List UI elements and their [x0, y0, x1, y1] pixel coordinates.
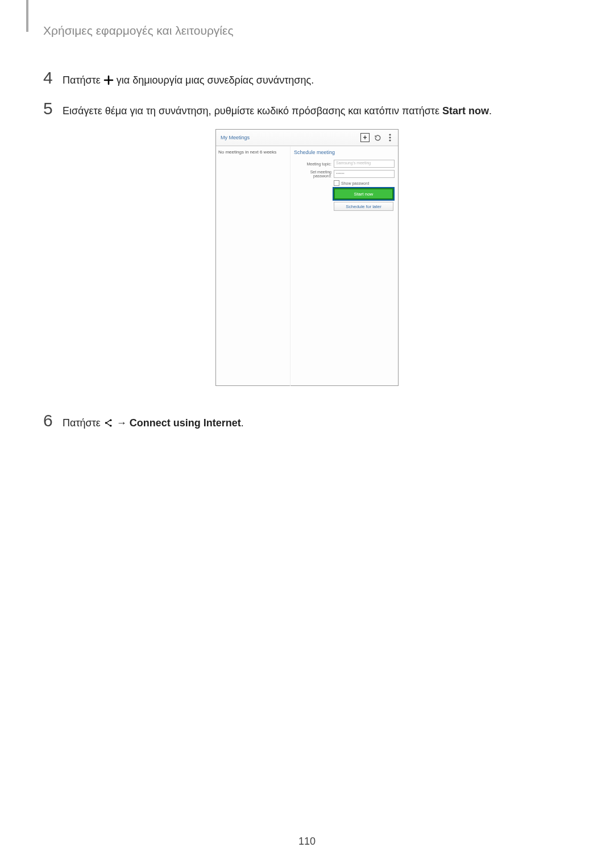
- plus-icon: [103, 74, 114, 90]
- step5-pre: Εισάγετε θέμα για τη συνάντηση, ρυθμίστε…: [63, 105, 442, 117]
- step-5: 5 Εισάγετε θέμα για τη συνάντηση, ρυθμίσ…: [43, 100, 571, 119]
- meeting-password-label: Set meeting password:: [294, 170, 331, 178]
- show-password-label: Show password: [341, 181, 369, 185]
- step6-bold: Connect using Internet: [130, 417, 241, 429]
- step-number: 4: [43, 69, 63, 86]
- step6-post: .: [241, 417, 244, 429]
- svg-point-2: [389, 139, 391, 141]
- svg-point-1: [389, 136, 391, 138]
- svg-point-4: [110, 419, 111, 421]
- step-4: 4 Πατήστε για δημιουργία μιας συνεδρίας …: [43, 69, 571, 90]
- embedded-screenshot: My Meetings + No meetings in next 6 week…: [43, 129, 571, 386]
- schedule-meeting-panel: Schedule meeting Meeting topic: Samsung'…: [290, 146, 398, 386]
- step-text: Πατήστε → Connect using Internet.: [63, 412, 244, 433]
- meeting-topic-label: Meeting topic:: [294, 162, 331, 166]
- step-text: Εισάγετε θέμα για τη συνάντηση, ρυθμίστε…: [63, 100, 492, 119]
- add-meeting-button[interactable]: +: [360, 133, 370, 142]
- step6-pre: Πατήστε: [63, 417, 103, 429]
- header-corner-mark: [26, 0, 28, 32]
- topbar-actions: +: [360, 133, 395, 142]
- svg-point-0: [389, 134, 391, 135]
- step6-arrow: →: [114, 417, 130, 429]
- svg-point-5: [110, 425, 111, 426]
- step-number: 6: [43, 412, 63, 429]
- meeting-topic-input[interactable]: Samsung's meeting: [334, 160, 395, 168]
- share-icon: [103, 417, 114, 433]
- meetings-list-panel: No meetings in next 6 weeks: [216, 146, 290, 386]
- step-6: 6 Πατήστε → Connect using Internet.: [43, 412, 571, 433]
- step-text: Πατήστε για δημιουργία μιας συνεδρίας συ…: [63, 69, 314, 90]
- meeting-password-input[interactable]: ••••••: [334, 170, 395, 178]
- step-number: 5: [43, 100, 63, 117]
- refresh-icon[interactable]: [373, 133, 382, 142]
- step4-post: για δημιουργία μιας συνεδρίας συνάντησης…: [114, 74, 314, 86]
- app-topbar: My Meetings +: [216, 130, 398, 146]
- schedule-for-later-button[interactable]: Schedule for later: [334, 202, 393, 211]
- more-icon[interactable]: [385, 133, 395, 142]
- panel-title: Schedule meeting: [294, 149, 395, 155]
- page-number: 110: [0, 836, 614, 848]
- step5-post: .: [489, 105, 492, 117]
- app-title: My Meetings: [221, 135, 250, 140]
- start-now-button[interactable]: Start now: [334, 188, 393, 200]
- empty-meetings-text: No meetings in next 6 weeks: [218, 149, 276, 155]
- section-title: Χρήσιμες εφαρμογές και λειτουργίες: [43, 24, 571, 38]
- step5-bold: Start now: [442, 105, 489, 117]
- show-password-checkbox[interactable]: [334, 180, 339, 186]
- device-screen: My Meetings + No meetings in next 6 week…: [215, 129, 399, 386]
- step4-pre: Πατήστε: [63, 74, 103, 86]
